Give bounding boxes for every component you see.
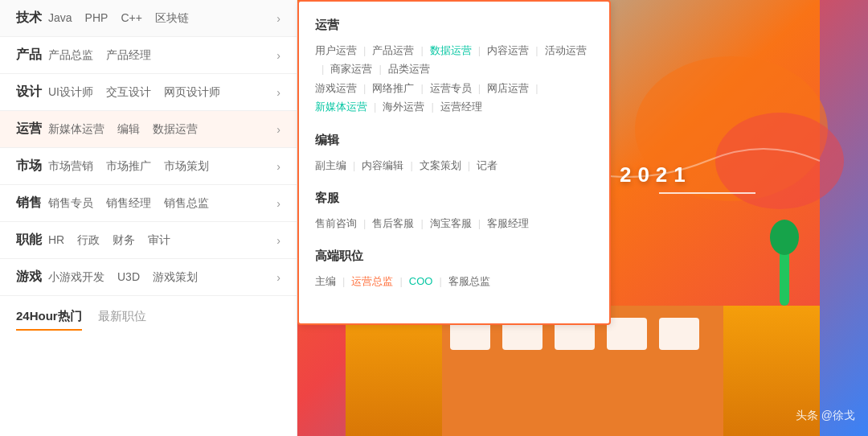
dropdown-tag[interactable]: 用户运营 bbox=[315, 41, 357, 60]
nav-tag[interactable]: 财务 bbox=[113, 233, 135, 248]
dropdown-separator: | bbox=[420, 41, 423, 60]
nav-tags: UI设计师交互设计网页设计师 bbox=[48, 85, 276, 100]
nav-category-label: 销售 bbox=[16, 195, 48, 212]
dropdown-tag[interactable]: 产品运营 bbox=[372, 41, 414, 60]
dropdown-separator: | bbox=[363, 41, 366, 60]
nav-tag[interactable]: Java bbox=[48, 11, 72, 26]
dropdown-separator: | bbox=[478, 214, 481, 232]
svg-point-15 bbox=[770, 220, 799, 255]
dropdown-tag[interactable]: 售前咨询 bbox=[315, 214, 357, 232]
nav-category-label: 技术 bbox=[16, 10, 48, 27]
dropdown-tag[interactable]: 运营总监 bbox=[351, 272, 393, 290]
dropdown-separator: | bbox=[321, 60, 324, 78]
dropdown-tag[interactable]: 品类运营 bbox=[388, 60, 430, 78]
sidebar: 技术JavaPHPC++区块链›产品产品总监产品经理›设计UI设计师交互设计网页… bbox=[0, 0, 297, 436]
dropdown-tag[interactable]: 客服总监 bbox=[448, 272, 490, 290]
nav-tag[interactable]: 产品总监 bbox=[48, 48, 93, 63]
dropdown-tag[interactable]: 网络推广 bbox=[372, 79, 414, 97]
nav-tag[interactable]: 市场推广 bbox=[106, 159, 151, 174]
hot-tab-latest[interactable]: 最新职位 bbox=[98, 309, 146, 331]
dropdown-tag[interactable]: 运营专员 bbox=[430, 79, 472, 97]
dropdown-separator: | bbox=[420, 214, 423, 232]
dropdown-section-title: 高端职位 bbox=[315, 249, 593, 264]
nav-tag[interactable]: 区块链 bbox=[155, 11, 189, 26]
nav-tag[interactable]: 小游戏开发 bbox=[48, 270, 104, 285]
nav-tag[interactable]: 新媒体运营 bbox=[48, 122, 104, 137]
dropdown-tag[interactable]: 游戏运营 bbox=[315, 79, 357, 97]
dropdown-tag[interactable]: 记者 bbox=[477, 156, 497, 175]
hot-tab-24hour[interactable]: 24Hour热门 bbox=[16, 309, 82, 331]
nav-tag[interactable]: 审计 bbox=[148, 233, 170, 248]
dropdown-separator: | bbox=[420, 79, 423, 97]
dropdown-tag[interactable]: 网店运营 bbox=[487, 79, 529, 97]
dropdown-separator: | bbox=[363, 214, 366, 232]
dropdown-tag[interactable]: 售后客服 bbox=[372, 214, 414, 232]
nav-category-label: 运营 bbox=[16, 121, 48, 138]
nav-tag[interactable]: 市场策划 bbox=[164, 159, 209, 174]
nav-tags: 销售专员销售经理销售总监 bbox=[48, 196, 276, 211]
svg-rect-12 bbox=[607, 318, 647, 350]
dropdown-tag[interactable]: 新媒体运营 bbox=[315, 97, 367, 116]
dropdown-tag[interactable]: 客服经理 bbox=[487, 214, 529, 232]
nav-item-运营[interactable]: 运营新媒体运营编辑数据运营› bbox=[0, 111, 297, 148]
dropdown-tag[interactable]: 副主编 bbox=[315, 156, 346, 175]
nav-tag[interactable]: 行政 bbox=[77, 233, 100, 248]
dropdown-tag[interactable]: 文案策划 bbox=[420, 156, 461, 175]
dropdown-tag[interactable]: COO bbox=[409, 272, 433, 290]
nav-tag[interactable]: 交互设计 bbox=[106, 85, 151, 100]
dropdown-separator: | bbox=[399, 272, 402, 290]
nav-item-设计[interactable]: 设计UI设计师交互设计网页设计师› bbox=[0, 74, 297, 111]
nav-tag[interactable]: 编辑 bbox=[117, 122, 140, 137]
nav-arrow-icon: › bbox=[276, 49, 280, 62]
dropdown-tag[interactable]: 商家运营 bbox=[330, 60, 372, 78]
nav-tags: HR行政财务审计 bbox=[48, 233, 276, 248]
nav-arrow-icon: › bbox=[276, 123, 280, 136]
dropdown-separator: | bbox=[439, 272, 441, 290]
dropdown-row: 主编|运营总监|COO|客服总监 bbox=[315, 272, 593, 290]
nav-item-市场[interactable]: 市场市场营销市场推广市场策划› bbox=[0, 148, 297, 185]
dropdown-separator: | bbox=[478, 79, 481, 97]
nav-tag[interactable]: C++ bbox=[121, 11, 141, 26]
dropdown-tag[interactable]: 活动运营 bbox=[545, 41, 587, 60]
nav-tags: 新媒体运营编辑数据运营 bbox=[48, 122, 276, 137]
svg-point-2 bbox=[715, 113, 844, 209]
nav-tag[interactable]: HR bbox=[48, 233, 64, 248]
dropdown-tag[interactable]: 淘宝客服 bbox=[430, 214, 472, 232]
nav-item-游戏[interactable]: 游戏小游戏开发U3D游戏策划› bbox=[0, 259, 297, 296]
nav-item-销售[interactable]: 销售销售专员销售经理销售总监› bbox=[0, 185, 297, 222]
nav-tag[interactable]: 市场营销 bbox=[48, 159, 93, 174]
nav-tag[interactable]: 销售经理 bbox=[106, 196, 151, 211]
dropdown-tag[interactable]: 海外运营 bbox=[383, 97, 424, 116]
dropdown-section-0: 运营用户运营|产品运营|数据运营|内容运营|活动运营|商家运营|品类运营游戏运营… bbox=[315, 18, 593, 117]
dropdown-tag[interactable]: 内容编辑 bbox=[362, 156, 403, 175]
nav-category-label: 游戏 bbox=[16, 269, 48, 286]
nav-tag[interactable]: 销售专员 bbox=[48, 196, 93, 211]
nav-tag[interactable]: 游戏策划 bbox=[153, 270, 198, 285]
dropdown-separator: | bbox=[410, 156, 412, 175]
dropdown-tag[interactable]: 主编 bbox=[315, 272, 336, 290]
dropdown-separator: | bbox=[353, 156, 355, 175]
nav-tag[interactable]: 数据运营 bbox=[153, 122, 198, 137]
dropdown-row: 售前咨询|售后客服|淘宝客服|客服经理 bbox=[315, 214, 593, 232]
hot-section: 24Hour热门 最新职位 bbox=[0, 296, 297, 337]
dropdown-tag[interactable]: 运营经理 bbox=[440, 97, 482, 116]
dropdown-separator: | bbox=[379, 60, 381, 78]
nav-item-产品[interactable]: 产品产品总监产品经理› bbox=[0, 37, 297, 74]
nav-tag[interactable]: PHP bbox=[85, 11, 108, 26]
dropdown-tag[interactable]: 数据运营 bbox=[430, 41, 472, 60]
nav-category-label: 设计 bbox=[16, 84, 48, 101]
nav-tags: 市场营销市场推广市场策划 bbox=[48, 159, 276, 174]
nav-tag[interactable]: 网页设计师 bbox=[164, 85, 220, 100]
nav-tag[interactable]: 产品经理 bbox=[106, 48, 151, 63]
nav-item-职能[interactable]: 职能HR行政财务审计› bbox=[0, 222, 297, 259]
hot-tabs: 24Hour热门 最新职位 bbox=[16, 309, 280, 331]
nav-tag[interactable]: 销售总监 bbox=[164, 196, 209, 211]
dropdown-section-title: 客服 bbox=[315, 191, 593, 206]
main-container: 技术JavaPHPC++区块链›产品产品总监产品经理›设计UI设计师交互设计网页… bbox=[0, 0, 868, 436]
dropdown-row: 用户运营|产品运营|数据运营|内容运营|活动运营|商家运营|品类运营 bbox=[315, 41, 593, 79]
nav-item-技术[interactable]: 技术JavaPHPC++区块链› bbox=[0, 0, 297, 37]
dropdown-row: 副主编|内容编辑|文案策划|记者 bbox=[315, 156, 593, 175]
nav-tag[interactable]: U3D bbox=[117, 270, 140, 285]
nav-tag[interactable]: UI设计师 bbox=[48, 85, 93, 100]
dropdown-tag[interactable]: 内容运营 bbox=[487, 41, 529, 60]
